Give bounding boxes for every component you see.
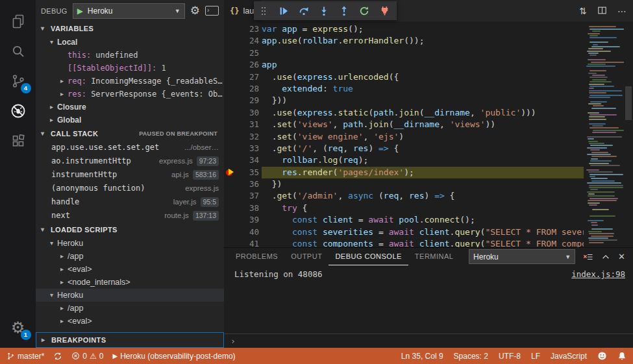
maximize-panel-icon[interactable] [601, 252, 610, 261]
indentation-item[interactable]: Spaces: 2 [454, 352, 488, 361]
code-line[interactable]: 38try { [224, 202, 584, 214]
encoding-item[interactable]: UTF-8 [499, 352, 521, 361]
loaded-script-row[interactable]: ▸/app [36, 250, 224, 263]
variables-scope-row[interactable]: ▸Closure [36, 101, 224, 114]
breakpoint-gutter[interactable]: 38 [224, 202, 262, 214]
debug-icon[interactable] [4, 96, 32, 126]
breakpoint-gutter[interactable]: 36 [224, 178, 262, 190]
code-line[interactable]: 28extended: true [224, 83, 584, 95]
step-over-icon[interactable] [298, 5, 310, 17]
code-line[interactable]: 36}) [224, 178, 584, 190]
breakpoint-gutter[interactable]: 31 [224, 119, 262, 130]
continue-icon[interactable] [278, 5, 290, 17]
breakpoint-gutter[interactable]: 40 [224, 226, 262, 238]
source-location-link[interactable]: index.js:98 [571, 269, 625, 279]
debug-session-dropdown[interactable]: Heroku ▼ [469, 249, 575, 264]
call-stack-frame[interactable]: instrumentHttpapi.js583:16 [36, 168, 224, 182]
cursor-position-item[interactable]: Ln 35, Col 9 [401, 352, 443, 361]
panel-tab-output[interactable]: OUTPUT [284, 249, 329, 265]
code-line[interactable]: 39const client = await pool.connect(); [224, 214, 584, 226]
source-control-icon[interactable]: 4 [4, 66, 32, 96]
breakpoint-gutter[interactable]: 29 [224, 95, 262, 106]
call-stack-section-header[interactable]: ▾ CALL STACK PAUSED ON BREAKPOINT [36, 127, 224, 141]
code-line[interactable]: 24app.use(rollbar.errorHandler()); [224, 35, 584, 47]
code-line[interactable]: 34rollbar.log(req); [224, 154, 584, 166]
code-line[interactable]: 37.get('/admin', async (req, res) => { [224, 190, 584, 202]
panel-tab-problems[interactable]: PROBLEMS [229, 249, 284, 265]
debug-config-dropdown[interactable]: ▶ Heroku ▼ [73, 3, 185, 19]
breakpoint-gutter[interactable]: 32 [224, 131, 262, 143]
variable-row[interactable]: [[StableObjectId]]: 1 [36, 62, 224, 75]
breakpoint-gutter[interactable]: 35 [224, 167, 262, 178]
problems-item[interactable]: 0 ⚠ 0 [71, 352, 103, 361]
code-line[interactable]: 35res.render('pages/index'); [224, 167, 584, 178]
code-line[interactable]: 30.use(express.static(path.join(__dirnam… [224, 107, 584, 119]
breakpoint-gutter[interactable]: 30 [224, 107, 262, 119]
loaded-scripts-section-header[interactable]: ▾ LOADED SCRIPTS [36, 223, 224, 237]
step-into-icon[interactable] [318, 5, 330, 17]
variable-row[interactable]: ▸req: IncomingMessage {_readableS… [36, 75, 224, 88]
loaded-script-row[interactable]: ▾Heroku [36, 237, 224, 250]
sync-changes-icon[interactable]: ⇅ [579, 6, 587, 16]
loaded-script-row[interactable]: ▸<node_internals> [36, 276, 224, 289]
breakpoint-gutter[interactable]: 23 [224, 23, 262, 35]
variables-scope-row[interactable]: ▸Global [36, 114, 224, 127]
call-stack-frame[interactable]: app.use.use.set.set.get.../obser… [36, 141, 224, 154]
breakpoint-gutter[interactable]: 33 [224, 143, 262, 154]
notifications-bell-icon[interactable] [617, 352, 627, 361]
clear-console-icon[interactable] [583, 252, 593, 262]
call-stack-frame[interactable]: handlelayer.js95:5 [36, 195, 224, 209]
call-stack-frame[interactable]: ao.instrumentHttpexpress.js97:23 [36, 154, 224, 168]
variables-scope-row[interactable]: ▾Local [36, 36, 224, 49]
code-line[interactable]: 23var app = express(); [224, 23, 584, 35]
more-actions-icon[interactable]: ⋯ [617, 6, 627, 16]
restart-icon[interactable] [358, 5, 370, 17]
explorer-icon[interactable] [4, 6, 32, 36]
minimap[interactable] [584, 21, 624, 247]
language-mode-item[interactable]: JavaScript [551, 352, 587, 361]
toolbar-drag-handle[interactable] [258, 5, 269, 17]
search-icon[interactable] [4, 36, 32, 66]
eol-item[interactable]: LF [531, 352, 540, 361]
breakpoint-gutter[interactable]: 41 [224, 238, 262, 247]
editor-scrollbar[interactable] [624, 21, 633, 247]
code-line[interactable]: 29})) [224, 95, 584, 106]
toggle-debug-console-icon[interactable]: › [205, 6, 219, 16]
debug-console-input[interactable]: › [224, 334, 633, 348]
split-editor-icon[interactable] [597, 6, 607, 16]
breakpoint-gutter[interactable]: 39 [224, 214, 262, 226]
breakpoint-gutter[interactable]: 27 [224, 71, 262, 83]
code-line[interactable]: 31.set('views', path.join(__dirname, 'vi… [224, 119, 584, 130]
configure-debug-icon[interactable]: ⚙ [190, 5, 200, 16]
breakpoint-gutter[interactable]: 37 [224, 190, 262, 202]
panel-tab-debug-console[interactable]: DEBUG CONSOLE [329, 249, 408, 265]
variable-row[interactable]: this: undefined [36, 49, 224, 62]
code-line[interactable]: 27.use(express.urlencoded({ [224, 71, 584, 83]
manage-gear-icon[interactable]: ⚙ 1 [4, 313, 32, 343]
breakpoint-gutter[interactable]: 25 [224, 47, 262, 59]
feedback-smiley-icon[interactable] [597, 351, 607, 361]
panel-tab-terminal[interactable]: TERMINAL [408, 249, 460, 265]
call-stack-frame[interactable]: (anonymous function)express.js [36, 182, 224, 195]
git-branch-item[interactable]: master* [6, 352, 44, 361]
variables-section-header[interactable]: ▾ VARIABLES [36, 21, 224, 36]
breakpoint-gutter[interactable]: 34 [224, 154, 262, 166]
loaded-script-row[interactable]: ▸/app [36, 302, 224, 315]
step-out-icon[interactable] [338, 5, 350, 17]
variable-row[interactable]: ▸res: ServerResponse {_events: Ob… [36, 88, 224, 101]
code-line[interactable]: 32.set('view engine', 'ejs') [224, 131, 584, 143]
disconnect-icon[interactable] [379, 5, 390, 17]
loaded-script-row[interactable]: ▸<eval> [36, 263, 224, 276]
breakpoint-gutter[interactable]: 26 [224, 59, 262, 71]
breakpoint-gutter[interactable]: 28 [224, 83, 262, 95]
code-line[interactable]: 40const severities = await client.query(… [224, 226, 584, 238]
extensions-icon[interactable] [4, 126, 32, 156]
debug-target-item[interactable]: ▶ Heroku (observability-post-demo) [112, 352, 235, 361]
breakpoint-gutter[interactable]: 24 [224, 35, 262, 47]
loaded-script-row[interactable]: ▾Heroku [36, 289, 224, 302]
code-line[interactable]: 25 [224, 47, 584, 59]
call-stack-frame[interactable]: nextroute.js137:13 [36, 209, 224, 223]
code-line[interactable]: 33.get('/', (req, res) => { [224, 143, 584, 154]
code-line[interactable]: 41const components = await client.query(… [224, 238, 584, 247]
scrollbar-thumb[interactable] [625, 86, 632, 120]
